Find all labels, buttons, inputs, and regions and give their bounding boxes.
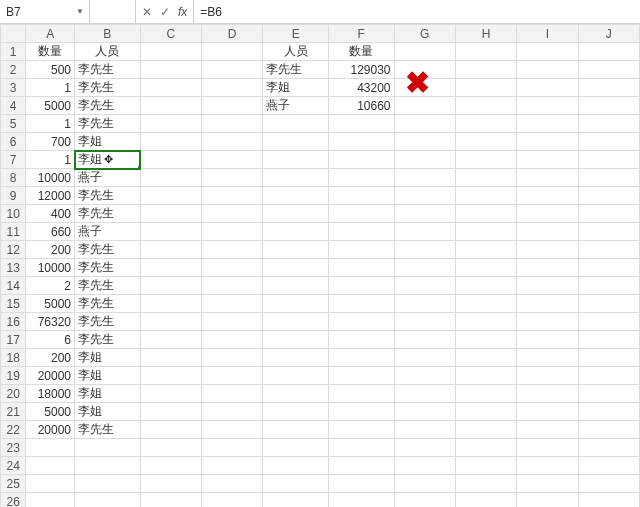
- cell[interactable]: [517, 187, 578, 205]
- cell[interactable]: [517, 241, 578, 259]
- cell[interactable]: [394, 475, 455, 493]
- cell[interactable]: [394, 403, 455, 421]
- cell[interactable]: [394, 205, 455, 223]
- cell[interactable]: [578, 421, 639, 439]
- cell[interactable]: [455, 493, 516, 508]
- cell[interactable]: [263, 115, 329, 133]
- cell[interactable]: [578, 295, 639, 313]
- cell[interactable]: [455, 295, 516, 313]
- cell[interactable]: [263, 241, 329, 259]
- select-all-corner[interactable]: [1, 25, 26, 43]
- cell[interactable]: [394, 367, 455, 385]
- cell[interactable]: [394, 457, 455, 475]
- spreadsheet-grid[interactable]: A B C D E F G H I J 1数量人员人员数量2500李先生李先生1…: [0, 24, 640, 507]
- cell[interactable]: [328, 151, 394, 169]
- cell[interactable]: [201, 331, 262, 349]
- cell[interactable]: [578, 79, 639, 97]
- cell[interactable]: [75, 457, 141, 475]
- cell[interactable]: [263, 385, 329, 403]
- cell[interactable]: [455, 241, 516, 259]
- cell[interactable]: [455, 169, 516, 187]
- cell[interactable]: 李姐: [75, 385, 141, 403]
- cell[interactable]: [328, 421, 394, 439]
- cell[interactable]: [394, 97, 455, 115]
- cell[interactable]: [517, 295, 578, 313]
- cell[interactable]: [578, 493, 639, 508]
- cell[interactable]: [140, 79, 201, 97]
- cell[interactable]: [455, 457, 516, 475]
- cell[interactable]: [455, 331, 516, 349]
- row-header[interactable]: 18: [1, 349, 26, 367]
- cell[interactable]: 人员: [263, 43, 329, 61]
- row-header[interactable]: 1: [1, 43, 26, 61]
- cell[interactable]: [263, 475, 329, 493]
- cell[interactable]: [328, 115, 394, 133]
- cell[interactable]: [26, 475, 75, 493]
- cell[interactable]: [455, 349, 516, 367]
- cell[interactable]: [328, 367, 394, 385]
- cell[interactable]: [578, 385, 639, 403]
- cell[interactable]: 燕子: [75, 169, 141, 187]
- cell[interactable]: [328, 457, 394, 475]
- cell[interactable]: [517, 367, 578, 385]
- cell[interactable]: [140, 97, 201, 115]
- cell[interactable]: [201, 457, 262, 475]
- row-header[interactable]: 25: [1, 475, 26, 493]
- cell[interactable]: [263, 403, 329, 421]
- cell[interactable]: 10660: [328, 97, 394, 115]
- cell[interactable]: [75, 439, 141, 457]
- cell[interactable]: [578, 43, 639, 61]
- cell[interactable]: 20000: [26, 367, 75, 385]
- cell[interactable]: [455, 79, 516, 97]
- cell[interactable]: 李姐: [75, 133, 141, 151]
- cell[interactable]: [328, 205, 394, 223]
- cell[interactable]: [201, 241, 262, 259]
- cell[interactable]: [140, 349, 201, 367]
- cell[interactable]: [263, 493, 329, 508]
- cell[interactable]: 129030: [328, 61, 394, 79]
- cell[interactable]: [140, 277, 201, 295]
- cell[interactable]: [75, 475, 141, 493]
- cell[interactable]: [517, 403, 578, 421]
- row-header[interactable]: 19: [1, 367, 26, 385]
- cell[interactable]: [455, 187, 516, 205]
- cell[interactable]: [328, 349, 394, 367]
- row-header[interactable]: 5: [1, 115, 26, 133]
- cell[interactable]: [328, 223, 394, 241]
- cell[interactable]: [455, 385, 516, 403]
- cell[interactable]: 12000: [26, 187, 75, 205]
- cell[interactable]: [517, 169, 578, 187]
- cell[interactable]: [517, 43, 578, 61]
- chevron-down-icon[interactable]: ▼: [75, 6, 85, 16]
- cell[interactable]: [578, 349, 639, 367]
- row-header[interactable]: 4: [1, 97, 26, 115]
- cell[interactable]: 500: [26, 61, 75, 79]
- cell[interactable]: 燕子: [263, 97, 329, 115]
- cell[interactable]: [578, 367, 639, 385]
- cell[interactable]: [394, 439, 455, 457]
- cancel-formula-icon[interactable]: ✕: [142, 5, 152, 19]
- cell[interactable]: [201, 115, 262, 133]
- cell[interactable]: 李先生: [75, 115, 141, 133]
- cell[interactable]: 660: [26, 223, 75, 241]
- cell[interactable]: [140, 421, 201, 439]
- cell[interactable]: [201, 421, 262, 439]
- cell[interactable]: [201, 61, 262, 79]
- cell[interactable]: [455, 475, 516, 493]
- cell[interactable]: [394, 151, 455, 169]
- cell[interactable]: [517, 439, 578, 457]
- cell[interactable]: [517, 421, 578, 439]
- cell[interactable]: [201, 367, 262, 385]
- cell[interactable]: [455, 151, 516, 169]
- cell[interactable]: [328, 169, 394, 187]
- cell[interactable]: [455, 313, 516, 331]
- row-header[interactable]: 7: [1, 151, 26, 169]
- cell[interactable]: [328, 331, 394, 349]
- cell[interactable]: 43200: [328, 79, 394, 97]
- cell[interactable]: [201, 295, 262, 313]
- cell[interactable]: [328, 475, 394, 493]
- cell[interactable]: [201, 385, 262, 403]
- cell[interactable]: [578, 151, 639, 169]
- cell[interactable]: [263, 295, 329, 313]
- cell[interactable]: [328, 385, 394, 403]
